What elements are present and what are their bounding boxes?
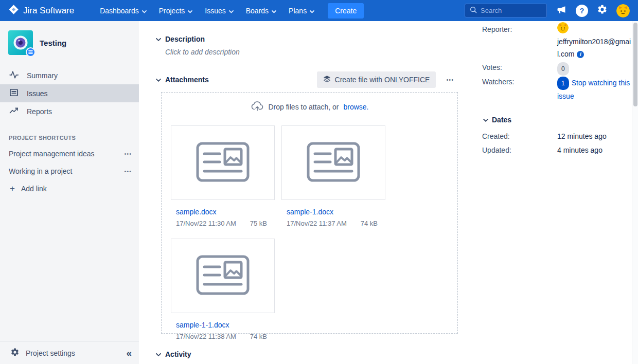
vertical-scrollbar[interactable] [632,21,638,364]
shortcut-project-management-ideas[interactable]: Project management ideas ••• [0,145,139,162]
help-icon[interactable]: ? [576,5,588,17]
chevron-down-icon [310,7,314,15]
nav-issues[interactable]: Issues [199,0,239,21]
chevron-down-icon [229,7,234,15]
nav-label: Dashboards [100,7,139,15]
info-icon[interactable]: i [577,51,584,58]
chevron-down-icon [142,7,147,15]
watchers-label: Watchers: [482,77,557,86]
project-sidebar: Testing Summary Issues Reports [0,21,139,364]
chevron-down-icon[interactable] [483,118,488,122]
shortcut-label: Working in a project [9,167,72,175]
description-placeholder[interactable]: Click to add description [165,48,473,56]
chevron-down-icon [272,7,276,15]
sidebar-item-label: Reports [27,107,52,116]
reporter-avatar[interactable] [557,22,569,33]
search-input[interactable] [481,7,540,14]
collapse-sidebar-icon[interactable]: « [126,348,132,359]
chevron-down-icon[interactable] [156,78,161,82]
pulse-icon [9,69,19,81]
attachment-size: 75 kB [250,220,267,227]
updated-value: 4 minutes ago [557,144,632,157]
attachments-header: Attachments Create file with ONLYOFFICE … [156,71,457,88]
settings-gear-icon[interactable] [597,4,608,17]
attachment-tile: sample-1.docx 17/Nov/22 11:37 AM 74 kB [281,125,385,227]
watchers-value: 1Stop watching this issue [557,77,632,102]
plus-icon: + [10,184,15,194]
create-button[interactable]: Create [328,3,364,19]
layers-icon [323,75,331,84]
more-actions-icon[interactable]: ••• [124,151,132,157]
add-link-button[interactable]: + Add link [0,180,139,197]
attachment-date: 17/Nov/22 11:38 AM [176,333,236,340]
attachment-thumbnail[interactable] [281,125,385,200]
attachment-thumbnail[interactable] [171,239,275,313]
issues-list-icon [9,87,19,99]
browse-link[interactable]: browse. [343,103,368,111]
project-settings-label: Project settings [26,349,75,357]
issue-details-panel: Reporter: jeffrymilton2018@gmail.comi Vo… [473,21,632,158]
attachment-meta: 17/Nov/22 11:30 AM 75 kB [171,220,275,227]
sidebar-item-issues[interactable]: Issues [0,84,139,102]
user-avatar[interactable] [616,4,630,17]
search-icon [470,6,477,15]
activity-section: Activity [156,350,473,358]
created-label: Created: [482,130,557,143]
jira-brand[interactable]: Jira Software [8,4,74,17]
document-image-icon [196,255,250,297]
sidebar-item-reports[interactable]: Reports [0,102,139,120]
more-actions-icon[interactable]: ••• [124,168,132,174]
attachments-more-icon[interactable]: ••• [443,75,457,85]
jira-app: Jira Software Dashboards Projects Issues… [0,0,638,364]
reporter-value: jeffrymilton2018@gmail.comi [557,24,632,60]
scrollbar-thumb[interactable] [633,23,637,106]
project-settings-button[interactable]: Project settings « [0,341,139,364]
global-search[interactable] [465,4,547,17]
top-nav-menu: Dashboards Projects Issues Boards Plans [94,0,321,21]
watchers-badge: 1 [557,77,569,90]
attachment-tiles: sample.docx 17/Nov/22 11:30 AM 75 kB s [171,125,448,340]
attachment-meta: 17/Nov/22 11:38 AM 74 kB [171,333,275,340]
nav-dashboards[interactable]: Dashboards [94,0,153,21]
top-navbar: Jira Software Dashboards Projects Issues… [0,0,638,21]
shortcut-working-in-a-project[interactable]: Working in a project ••• [0,162,139,180]
nav-label: Projects [159,7,185,15]
reporter-label: Reporter: [482,24,557,33]
votes-value: 0 [557,62,632,76]
project-name: Testing [40,39,66,47]
project-header: Testing [0,21,139,66]
chart-trend-icon [9,105,19,117]
attachment-date: 17/Nov/22 11:30 AM [176,220,236,227]
chevron-down-icon[interactable] [156,37,161,41]
attachments-dropzone[interactable]: Drop files to attach, or browse. sample.… [161,92,458,334]
created-value: 12 minutes ago [557,130,632,143]
attachment-date: 17/Nov/22 11:37 AM [287,220,347,227]
attachment-thumbnail[interactable] [171,125,275,200]
chevron-down-icon[interactable] [156,352,161,356]
dates-title: Dates [492,116,511,124]
announcement-icon[interactable] [556,5,567,17]
attachment-file-link[interactable]: sample.docx [176,208,217,216]
navbar-right: ? [465,4,630,17]
upload-cloud-icon [251,101,264,113]
brand-label: Jira Software [23,6,74,16]
dropzone-text: Drop files to attach, or [269,103,339,111]
jira-logo-icon [8,4,19,17]
updated-label: Updated: [482,144,557,157]
votes-label: Votes: [482,62,557,71]
create-file-onlyoffice-button[interactable]: Create file with ONLYOFFICE [317,71,436,88]
updated-row: Updated: 4 minutes ago [482,144,632,157]
description-title: Description [165,35,205,43]
nav-boards[interactable]: Boards [240,0,282,21]
project-avatar[interactable] [8,30,33,55]
nav-plans[interactable]: Plans [282,0,321,21]
reporter-row: Reporter: jeffrymilton2018@gmail.comi [482,24,632,60]
document-image-icon [196,142,250,184]
reporter-email: jeffrymilton2018@gmail.com [557,38,631,58]
attachment-file-link[interactable]: sample-1.docx [287,208,333,216]
votes-badge: 0 [557,62,569,76]
description-section: Description Click to add description [156,35,473,56]
sidebar-item-summary[interactable]: Summary [0,66,139,84]
nav-projects[interactable]: Projects [153,0,199,21]
attachment-file-link[interactable]: sample-1-1.docx [176,321,229,329]
